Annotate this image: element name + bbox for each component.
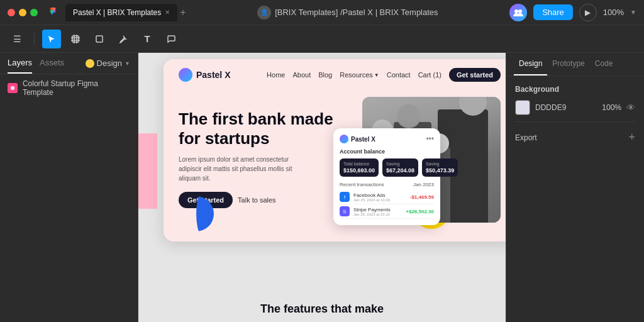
design-tag[interactable]: Design ▼	[86, 58, 130, 74]
menu-button[interactable]: ☰	[8, 30, 26, 48]
site-logo-text: Pastel X	[196, 70, 230, 80]
export-label: Export	[515, 133, 537, 142]
frame-tool[interactable]	[66, 30, 85, 48]
balance-label-0: Total balance	[343, 162, 375, 166]
divider	[515, 121, 635, 122]
export-add-icon[interactable]: +	[628, 131, 635, 144]
balance-value-2: $50,473.39	[426, 167, 454, 174]
balance-item-1: Saving $67,204.08	[382, 158, 418, 177]
svg-rect-7	[96, 36, 103, 42]
nav-blog[interactable]: Blog	[318, 71, 332, 79]
logo-icon	[179, 68, 192, 82]
canvas-bottom-text: The features that make	[260, 303, 384, 316]
transaction-row-1: S Stripe Payments Jan 26, 2023 at 15:22 …	[340, 204, 434, 219]
site-nav: Pastel X Home About Blog Resources ▼ Con…	[164, 59, 506, 91]
traffic-lights	[8, 9, 38, 16]
transactions-title-text: Recent transactions	[340, 182, 384, 187]
color-swatch[interactable]	[515, 100, 530, 115]
canvas-area[interactable]: Pastel X Home About Blog Resources ▼ Con…	[138, 53, 506, 322]
balance-item-0: Total balance $150,693.00	[340, 158, 379, 177]
nav-about[interactable]: About	[292, 71, 311, 79]
nav-cta-button[interactable]: Get started	[449, 68, 501, 82]
transaction-name-1: Stripe Payments	[353, 207, 402, 213]
text-tool[interactable]: T	[138, 30, 157, 48]
balance-label-2: Saving	[426, 162, 454, 166]
svg-rect-2	[72, 36, 79, 42]
design-tag-label: Design	[97, 58, 122, 68]
card-logo-text: Pastel X	[351, 136, 375, 143]
color-hex-value[interactable]: DDDDE9	[535, 103, 597, 112]
card-section-title: Account balance	[340, 148, 434, 155]
title-bar-right: Share ▶ 100% ▼	[509, 4, 636, 21]
present-button[interactable]: ▶	[579, 4, 597, 21]
pen-tool[interactable]	[114, 30, 133, 48]
background-section-label: Background	[515, 85, 635, 94]
hero-right: Pastel X ••• Account balance Total balan…	[340, 103, 501, 242]
card-logo: Pastel X	[340, 135, 375, 143]
tab-close-icon[interactable]: ✕	[165, 9, 170, 16]
share-button[interactable]: Share	[533, 4, 573, 20]
design-chevron-icon[interactable]: ▼	[125, 60, 130, 67]
balance-label-1: Saving	[386, 162, 414, 166]
layer-item[interactable]: Colorful Startup Figma Template	[0, 74, 138, 102]
transactions-date: Jan 2023	[413, 182, 434, 187]
comment-tool[interactable]	[162, 30, 180, 48]
site-logo: Pastel X	[179, 68, 230, 82]
balance-value-1: $67,204.08	[386, 167, 414, 174]
hero-secondary-button[interactable]: Talk to sales	[238, 196, 276, 204]
tab-label: Pastel X | BRIX Templates	[73, 8, 161, 17]
figma-frame[interactable]: Pastel X Home About Blog Resources ▼ Con…	[164, 59, 506, 242]
close-button[interactable]	[8, 9, 15, 16]
select-tool[interactable]	[42, 30, 61, 48]
app-card: Pastel X ••• Account balance Total balan…	[333, 128, 440, 225]
nav-cart[interactable]: Cart (1)	[418, 71, 441, 79]
card-header: Pastel X •••	[340, 135, 434, 143]
new-tab-button[interactable]: +	[180, 7, 186, 18]
svg-point-0	[514, 9, 518, 13]
visibility-icon[interactable]: 👁	[626, 103, 635, 113]
hero-description: Lorem ipsum dolor sit amet consectetur a…	[179, 155, 304, 183]
active-tab[interactable]: Pastel X | BRIX Templates ✕	[65, 4, 177, 21]
title-bar: Pastel X | BRIX Templates ✕ + 👤 [BRIX Te…	[0, 0, 644, 25]
minimize-button[interactable]	[19, 9, 26, 16]
transaction-amount-0: -$1,469.59	[410, 194, 434, 200]
balance-value-0: $150,693.00	[343, 167, 375, 174]
main-layout: Layers Assets Design ▼ Colorful Startup …	[0, 53, 644, 322]
design-tab[interactable]: Design	[514, 53, 547, 75]
nav-home[interactable]: Home	[267, 71, 285, 79]
site-hero: The first bank made for startups Lorem i…	[164, 91, 506, 242]
zoom-label: 100%	[603, 8, 624, 17]
figma-icon	[48, 6, 58, 19]
code-tab[interactable]: Code	[590, 53, 618, 75]
right-panel-tabs: Design Prototype Code	[506, 53, 644, 76]
pink-accent-left	[138, 133, 157, 209]
card-logo-icon	[340, 135, 348, 143]
layer-icon	[8, 83, 18, 93]
transaction-row-0: f Facebook Ads Jan 25, 2023 at 13:00 -$1…	[340, 190, 434, 204]
card-menu-icon: •••	[426, 135, 434, 143]
shape-tool[interactable]	[90, 30, 109, 48]
assets-tab[interactable]: Assets	[40, 58, 64, 74]
card-balance-row: Total balance $150,693.00 Saving $67,204…	[340, 158, 434, 177]
transaction-info-0: Facebook Ads Jan 25, 2023 at 13:00	[353, 192, 406, 202]
transaction-date-0: Jan 25, 2023 at 13:00	[353, 198, 406, 202]
collaborators-avatar	[509, 4, 527, 21]
zoom-chevron-icon[interactable]: ▼	[630, 9, 636, 16]
nav-resources[interactable]: Resources ▼	[340, 71, 379, 79]
transaction-info-1: Stripe Payments Jan 26, 2023 at 15:22	[353, 207, 402, 216]
transactions-header: Recent transactions Jan 2023	[340, 182, 434, 187]
transaction-amount-1: +$28,502.30	[406, 209, 434, 214]
nav-contact[interactable]: Contact	[387, 71, 411, 79]
layers-tab[interactable]: Layers	[8, 58, 32, 74]
layer-label: Colorful Startup Figma Template	[23, 79, 130, 97]
maximize-button[interactable]	[30, 9, 38, 16]
transaction-icon-1: S	[340, 206, 350, 216]
left-panel: Layers Assets Design ▼ Colorful Startup …	[0, 53, 138, 322]
export-row: Export +	[515, 131, 635, 144]
toolbar-divider	[34, 33, 35, 45]
color-row: DDDDE9 100% 👁	[515, 100, 635, 115]
site-nav-links: Home About Blog Resources ▼ Contact Cart…	[267, 68, 501, 82]
color-opacity-value[interactable]: 100%	[602, 103, 621, 112]
breadcrumb-text: [BRIX Templates] /Pastel X | BRIX Templa…	[275, 8, 438, 17]
prototype-tab[interactable]: Prototype	[547, 53, 589, 75]
